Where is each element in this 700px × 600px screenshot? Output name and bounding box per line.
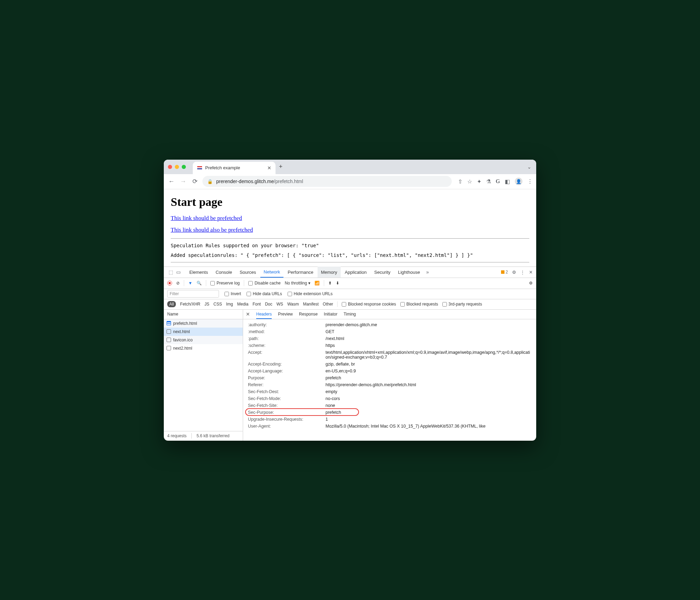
- sidepanel-icon[interactable]: ◧: [505, 178, 510, 185]
- header-key: Sec-Purpose:: [248, 410, 326, 415]
- warnings-badge[interactable]: 2: [501, 270, 508, 274]
- close-detail-button[interactable]: ✕: [246, 311, 250, 317]
- share-icon[interactable]: ⇧: [458, 178, 462, 185]
- search-icon[interactable]: 🔍: [197, 281, 202, 286]
- export-har-icon[interactable]: ⬇: [336, 281, 339, 286]
- invert-checkbox[interactable]: Invert: [224, 291, 241, 296]
- tab-elements[interactable]: Elements: [186, 267, 211, 278]
- close-window-button[interactable]: [168, 165, 172, 169]
- throttling-dropdown[interactable]: No throttling ▾: [285, 281, 311, 286]
- request-row[interactable]: prefetch.html: [164, 319, 243, 328]
- filter-fetch[interactable]: Fetch/XHR: [180, 302, 200, 307]
- svg-rect-0: [197, 166, 202, 167]
- network-conditions-icon[interactable]: 📶: [314, 281, 320, 286]
- clear-button[interactable]: ⊘: [176, 281, 180, 286]
- extensions-icon[interactable]: ✦: [477, 178, 481, 185]
- hide-data-urls-checkbox[interactable]: Hide data URLs: [247, 291, 282, 296]
- filter-all[interactable]: All: [167, 301, 176, 307]
- hide-ext-urls-checkbox[interactable]: Hide extension URLs: [288, 291, 333, 296]
- forward-button[interactable]: →: [179, 178, 187, 185]
- detail-tab-initiator[interactable]: Initiator: [324, 312, 337, 317]
- record-button[interactable]: [167, 281, 172, 286]
- header-key: :authority:: [248, 322, 326, 327]
- svg-rect-2: [197, 168, 202, 169]
- tab-sources[interactable]: Sources: [236, 267, 260, 278]
- filter-font[interactable]: Font: [252, 302, 261, 307]
- tab-lighthouse[interactable]: Lighthouse: [394, 267, 423, 278]
- detail-tab-timing[interactable]: Timing: [343, 312, 356, 317]
- preserve-log-checkbox[interactable]: Preserve log: [210, 281, 240, 286]
- back-button[interactable]: ←: [167, 178, 176, 185]
- request-name: prefetch.html: [173, 321, 197, 326]
- import-har-icon[interactable]: ⬆: [328, 281, 332, 286]
- filter-other[interactable]: Other: [323, 302, 333, 307]
- prefetch-link-2[interactable]: This link should also be prefetched: [171, 227, 529, 233]
- devtools-menu-icon[interactable]: ⋮: [520, 270, 525, 275]
- url-path: /prefetch.html: [274, 179, 303, 184]
- filter-media[interactable]: Media: [237, 302, 249, 307]
- settings-icon[interactable]: ⚙: [512, 270, 516, 275]
- header-row: Sec-Fetch-Mode:no-cors: [243, 395, 536, 402]
- filter-js[interactable]: JS: [204, 302, 209, 307]
- network-body: Name prefetch.htmlnext.htmlfavicon.icone…: [164, 310, 536, 441]
- blocked-requests-checkbox[interactable]: Blocked requests: [400, 302, 438, 307]
- more-tabs-icon[interactable]: »: [424, 269, 431, 275]
- tab-console[interactable]: Console: [212, 267, 236, 278]
- tab-security[interactable]: Security: [371, 267, 394, 278]
- network-settings-icon[interactable]: ⚙: [529, 281, 533, 286]
- tab-application[interactable]: Application: [341, 267, 370, 278]
- tab-close-button[interactable]: ✕: [267, 165, 271, 171]
- device-icon[interactable]: ▭: [175, 269, 182, 275]
- browser-tab[interactable]: Prefetch example ✕: [193, 162, 276, 174]
- header-key: Referer:: [248, 382, 326, 387]
- blocked-cookies-checkbox[interactable]: Blocked response cookies: [342, 302, 396, 307]
- request-name: next2.html: [173, 346, 192, 351]
- devtools-close-icon[interactable]: ✕: [529, 270, 533, 275]
- disable-cache-checkbox[interactable]: Disable cache: [248, 281, 280, 286]
- filter-manifest[interactable]: Manifest: [303, 302, 319, 307]
- header-row: Sec-Fetch-Site:none: [243, 402, 536, 409]
- prefetch-link-1[interactable]: This link should be prefetched: [171, 215, 529, 222]
- filter-ws[interactable]: WS: [277, 302, 283, 307]
- new-tab-button[interactable]: +: [276, 163, 286, 170]
- tabs-menu-button[interactable]: ⌄: [527, 164, 531, 170]
- tab-performance[interactable]: Performance: [284, 267, 317, 278]
- maximize-window-button[interactable]: [182, 165, 186, 169]
- tab-network[interactable]: Network: [260, 267, 284, 278]
- detail-tab-preview[interactable]: Preview: [278, 312, 293, 317]
- request-row[interactable]: next2.html: [164, 344, 243, 352]
- name-column-header[interactable]: Name: [164, 310, 243, 319]
- request-name: favicon.ico: [173, 338, 193, 342]
- detail-tab-headers[interactable]: Headers: [256, 312, 272, 319]
- header-row: Referer:https://prerender-demos.glitch.m…: [243, 381, 536, 388]
- header-value: text/html,application/xhtml+xml,applicat…: [326, 350, 531, 360]
- reload-button[interactable]: ⟳: [191, 178, 199, 185]
- window-controls: [168, 165, 186, 169]
- profile-avatar[interactable]: 👤: [515, 178, 522, 185]
- filter-doc[interactable]: Doc: [265, 302, 272, 307]
- detail-tab-response[interactable]: Response: [299, 312, 318, 317]
- filter-wasm[interactable]: Wasm: [287, 302, 299, 307]
- request-row[interactable]: next.html: [164, 328, 243, 336]
- labs-icon[interactable]: ⚗: [486, 178, 491, 185]
- header-row: Purpose:prefetch: [243, 374, 536, 381]
- bookmark-icon[interactable]: ☆: [467, 178, 472, 185]
- filter-css[interactable]: CSS: [213, 302, 222, 307]
- header-key: Sec-Fetch-Dest:: [248, 389, 326, 394]
- address-bar[interactable]: 🔒 prerender-demos.glitch.me/prefetch.htm…: [202, 176, 452, 187]
- tab-memory[interactable]: Memory: [318, 267, 341, 278]
- header-key: User-Agent:: [248, 424, 326, 429]
- toolbar-icons: ⇧ ☆ ✦ ⚗ G ◧ 👤 ⋮: [458, 178, 533, 185]
- request-row[interactable]: favicon.ico: [164, 336, 243, 344]
- google-icon[interactable]: G: [496, 178, 500, 184]
- third-party-checkbox[interactable]: 3rd-party requests: [442, 302, 482, 307]
- filter-input[interactable]: Filter: [167, 290, 219, 298]
- header-key: :path:: [248, 336, 326, 341]
- inspect-icon[interactable]: ⬚: [167, 269, 174, 275]
- minimize-window-button[interactable]: [175, 165, 179, 169]
- header-key: :scheme:: [248, 343, 326, 348]
- filter-icon[interactable]: ▼: [188, 281, 192, 286]
- filter-img[interactable]: Img: [226, 302, 233, 307]
- header-row: :scheme:https: [243, 342, 536, 349]
- menu-icon[interactable]: ⋮: [527, 178, 533, 185]
